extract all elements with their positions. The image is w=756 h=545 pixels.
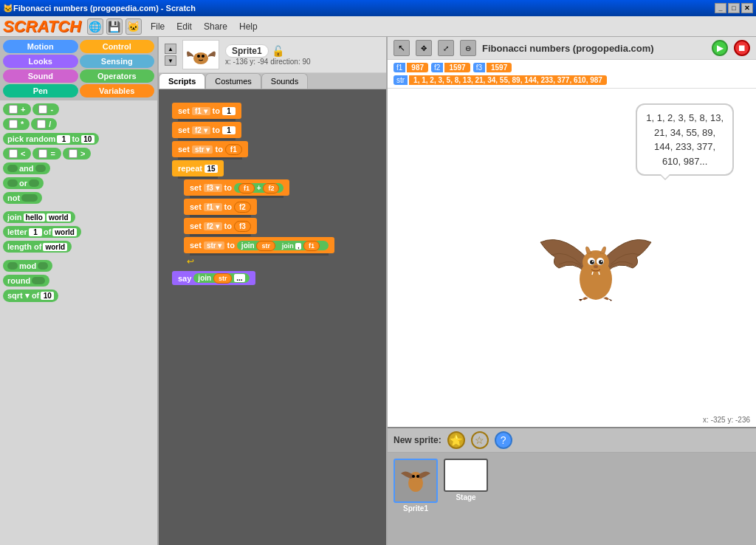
maximize-button[interactable]: □ [728, 3, 740, 13]
middle-panel: ▲ ▼ Sprite1 🔓 x: -136 y: [159, 37, 388, 545]
script-line-say: say join str ... [172, 268, 373, 285]
arithmetic-row: + - [3, 103, 154, 115]
menu-share[interactable]: Share [198, 20, 233, 33]
stage-tool-pointer[interactable]: ↖ [394, 40, 410, 56]
sprite-nav-down[interactable]: ▼ [165, 55, 176, 66]
sprite-thumb-image [185, 41, 218, 69]
save-icon[interactable]: 💾 [106, 18, 123, 35]
block-and[interactable]: and [3, 162, 50, 174]
script-line-3: set str ▾ to f1 [172, 141, 373, 159]
scripts-container: set f1 ▾ to 1 set f2 ▾ to 1 set str ▾ to… [166, 97, 379, 292]
join-row: join hello world [3, 211, 154, 223]
block-set-f1-2[interactable]: set f1 ▾ to f2 [184, 199, 257, 215]
globe-icon[interactable]: 🌐 [87, 18, 103, 35]
script-line-1: set f1 ▾ to 1 [172, 103, 373, 120]
block-lt[interactable]: < [3, 148, 31, 160]
category-motion[interactable]: Motion [3, 40, 78, 53]
scripts-canvas[interactable]: set f1 ▾ to 1 set f2 ▾ to 1 set str ▾ to… [159, 89, 386, 545]
menu-help[interactable]: Help [233, 20, 264, 33]
svg-point-11 [594, 265, 598, 268]
cat-icon[interactable]: 🐱 [126, 18, 142, 35]
sprite-name[interactable]: Sprite1 [225, 44, 269, 58]
block-say[interactable]: say join str ... [172, 271, 255, 285]
sqrt-row: sqrt ▾ of 10 [3, 289, 154, 302]
sprite-info: Sprite1 🔓 x: -136 y: -94 direction: 90 [225, 44, 380, 66]
block-round[interactable]: round [3, 275, 49, 287]
block-set-str-2[interactable]: set str ▾ to join str join , f1 [184, 237, 334, 253]
sprites-list: Sprite1 Stage [388, 453, 756, 545]
tab-sounds[interactable]: Sounds [261, 73, 308, 89]
minimize-button[interactable]: _ [715, 3, 726, 13]
svg-point-1 [197, 55, 200, 58]
menu-edit[interactable]: Edit [171, 20, 198, 33]
right-panel: ↖ ✥ ⤢ ⊖ Fibonacci numbers (progopedia.co… [388, 37, 756, 545]
category-looks[interactable]: Looks [3, 55, 78, 68]
category-control[interactable]: Control [80, 40, 155, 53]
speech-text: 1, 1, 2, 3, 5, 8, 13,21, 34, 55, 89,144,… [646, 112, 724, 167]
titlebar-title: Fibonacci numbers (progopedia.com) - Scr… [13, 4, 196, 13]
block-divide[interactable]: / [31, 118, 57, 130]
block-multiply[interactable]: * [3, 118, 30, 130]
stage-area[interactable]: 1, 1, 2, 3, 5, 8, 13,21, 34, 55, 89,144,… [388, 89, 756, 427]
random-row: pick random 1 to 10 [3, 133, 154, 145]
block-set-f2-2[interactable]: set f2 ▾ to f3 [184, 218, 257, 234]
category-variables[interactable]: Variables [80, 84, 155, 97]
block-eq[interactable]: = [32, 148, 61, 160]
titlebar-icon: 🐱 [3, 4, 13, 13]
green-flag-button[interactable]: ▶ [712, 40, 728, 56]
sprite1-thumbnail[interactable] [394, 459, 438, 503]
block-gt[interactable]: > [63, 148, 91, 160]
block-random[interactable]: pick random 1 to 10 [3, 133, 99, 145]
stage-tool-shrink[interactable]: ⊖ [460, 40, 476, 56]
variable-display: f1 987 f2 1597 f3 1597 str 1, 1, 2, 3, 5… [388, 60, 756, 89]
new-sprite-question[interactable]: ? [495, 431, 512, 449]
new-sprite-star[interactable]: ⭐ [447, 431, 465, 449]
block-length[interactable]: length of world [3, 241, 72, 253]
block-minus[interactable]: - [32, 103, 59, 115]
block-plus[interactable]: + [3, 103, 31, 115]
category-pen[interactable]: Pen [3, 84, 78, 97]
sprite-nav-up[interactable]: ▲ [165, 44, 176, 54]
letter-row: letter 1 of world [3, 226, 154, 238]
var-f3-value: 1597 [487, 63, 512, 72]
var-f2-label: f2 [431, 63, 443, 72]
block-join[interactable]: join hello world [3, 211, 75, 223]
block-set-f1[interactable]: set f1 ▾ to 1 [172, 103, 241, 119]
script-line-4: set f3 ▾ to f1 + f2 [184, 179, 373, 197]
category-operators[interactable]: Operators [80, 69, 155, 83]
tab-scripts[interactable]: Scripts [159, 73, 205, 89]
script-line-repeat: repeat 15 [172, 160, 373, 178]
sprite-lock-icon[interactable]: 🔓 [272, 45, 284, 57]
var-f3-label: f3 [473, 63, 485, 72]
block-sqrt[interactable]: sqrt ▾ of 10 [3, 289, 58, 302]
block-letter[interactable]: letter 1 of world [3, 226, 81, 238]
block-set-str[interactable]: set str ▾ to f1 [172, 141, 248, 157]
block-mod[interactable]: mod [3, 260, 52, 272]
block-not[interactable]: not [3, 192, 42, 204]
sprite-item-sprite1[interactable]: Sprite1 [394, 459, 438, 539]
sprite-item-stage[interactable]: Stage [444, 459, 488, 539]
stop-button[interactable]: ⏹ [734, 40, 750, 56]
stage-tool-move[interactable]: ✥ [416, 40, 432, 56]
block-set-f2[interactable]: set f2 ▾ to 1 [172, 122, 241, 138]
scratch-logo[interactable]: SCRATCH [3, 17, 81, 36]
new-sprite-label: New sprite: [394, 435, 441, 445]
sprite1-label: Sprite1 [403, 504, 428, 513]
sprite-nav: ▲ ▼ [165, 44, 176, 66]
block-set-f3[interactable]: set f3 ▾ to f1 + f2 [184, 179, 289, 196]
svg-point-15 [416, 475, 419, 478]
menu-file[interactable]: File [145, 20, 171, 33]
bat-sprite[interactable] [537, 216, 655, 320]
stage-thumbnail[interactable] [444, 459, 488, 492]
block-repeat[interactable]: repeat 15 [172, 160, 224, 176]
category-sound[interactable]: Sound [3, 69, 78, 83]
block-or[interactable]: or [3, 177, 44, 189]
svg-point-4 [583, 250, 609, 274]
tab-costumes[interactable]: Costumes [205, 73, 261, 89]
stage-tool-expand[interactable]: ⤢ [438, 40, 454, 56]
svg-point-10 [601, 261, 602, 262]
new-sprite-star-outline[interactable]: ☆ [471, 431, 489, 449]
category-sensing[interactable]: Sensing [80, 55, 155, 68]
close-button[interactable]: ✕ [741, 3, 753, 13]
svg-point-9 [592, 261, 594, 262]
